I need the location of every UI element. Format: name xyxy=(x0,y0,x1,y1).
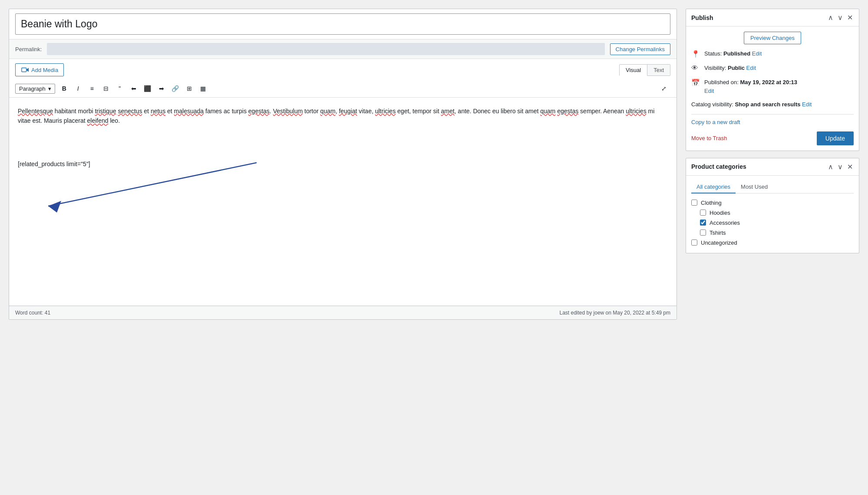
word-count-value: 41 xyxy=(45,310,50,316)
title-row xyxy=(9,9,677,39)
category-list: Clothing Hoodies Accessories Tshirts xyxy=(691,198,854,248)
accessories-checkbox[interactable] xyxy=(700,220,706,226)
publish-actions: Move to Trash Update xyxy=(691,130,854,145)
bold-button[interactable]: B xyxy=(58,82,71,95)
misspelled-word: Vestibulum xyxy=(273,108,303,115)
visibility-icon xyxy=(691,64,700,73)
add-media-button[interactable]: Add Media xyxy=(15,63,64,76)
visibility-text: Visibility: Public Edit xyxy=(704,64,756,72)
post-title-input[interactable] xyxy=(15,13,670,35)
published-on-edit-link[interactable]: Edit xyxy=(704,88,714,94)
published-on-label: Published on: xyxy=(704,79,739,85)
misspelled-word: feugiat xyxy=(339,108,357,115)
divider xyxy=(691,114,854,115)
status-icon xyxy=(691,50,700,59)
product-categories-header: Product categories ∧ ∨ ✕ xyxy=(686,158,859,176)
align-right-button[interactable]: ➡ xyxy=(155,82,168,95)
misspelled-word: egestas xyxy=(248,108,270,115)
categories-collapse-up-button[interactable]: ∧ xyxy=(827,163,834,171)
clothing-checkbox[interactable] xyxy=(691,200,697,206)
published-on-text: Published on: May 19, 2022 at 20:13 Edit xyxy=(704,78,797,95)
publish-collapse-up-button[interactable]: ∧ xyxy=(827,13,834,22)
grid-button[interactable]: ▦ xyxy=(197,82,210,95)
publish-panel-header: Publish ∧ ∨ ✕ xyxy=(686,9,859,26)
published-on-icon xyxy=(691,79,700,87)
hoodies-checkbox[interactable] xyxy=(700,210,706,216)
update-button[interactable]: Update xyxy=(817,131,854,145)
change-permalinks-button[interactable]: Change Permalinks xyxy=(610,43,670,55)
publish-links: Copy to a new draft xyxy=(691,117,854,130)
dropdown-arrow-icon: ▾ xyxy=(48,85,51,92)
status-edit-link[interactable]: Edit xyxy=(752,50,762,57)
arrow-annotation xyxy=(22,158,257,219)
accessories-label[interactable]: Accessories xyxy=(710,220,740,226)
misspelled-word: ultricies xyxy=(626,108,646,115)
uncategorized-label[interactable]: Uncategorized xyxy=(701,239,737,246)
permalink-row: Permalink: Change Permalinks xyxy=(9,39,677,59)
visibility-edit-link[interactable]: Edit xyxy=(746,65,756,71)
italic-button[interactable]: I xyxy=(72,82,85,95)
blockquote-button[interactable]: " xyxy=(113,82,126,95)
media-icon xyxy=(21,66,29,74)
all-categories-tab[interactable]: All categories xyxy=(691,181,736,193)
list-item: Hoodies xyxy=(691,208,854,218)
visual-tab[interactable]: Visual xyxy=(619,64,647,76)
catalog-label: Catalog visibility: xyxy=(691,101,733,108)
list-item: Clothing xyxy=(691,198,854,208)
clothing-label[interactable]: Clothing xyxy=(701,200,722,206)
categories-collapse-x-button[interactable]: ✕ xyxy=(846,163,854,171)
tshirts-label[interactable]: Tshirts xyxy=(710,229,726,236)
published-on-row: Published on: May 19, 2022 at 20:13 Edit xyxy=(691,78,854,95)
misspelled-word: malesuada xyxy=(174,108,204,115)
uncategorized-checkbox[interactable] xyxy=(691,239,697,246)
editor-content-area[interactable]: Pellentesque habitant morbi tristique se… xyxy=(9,98,677,306)
publish-collapse-down-button[interactable]: ∨ xyxy=(837,13,844,22)
misspelled-word: quam xyxy=(320,108,336,115)
catalog-edit-link[interactable]: Edit xyxy=(802,101,812,108)
misspelled-word: Pellentesque xyxy=(18,108,53,115)
visibility-value: Public xyxy=(728,65,745,71)
text-tab[interactable]: Text xyxy=(647,64,670,76)
permalink-label: Permalink: xyxy=(15,46,42,52)
visibility-row: Visibility: Public Edit xyxy=(691,64,854,73)
table-button[interactable]: ⊞ xyxy=(183,82,196,95)
ordered-list-button[interactable]: ⊟ xyxy=(99,82,112,95)
view-tabs: Visual Text xyxy=(619,64,670,76)
most-used-tab[interactable]: Most Used xyxy=(736,181,773,193)
misspelled-word: amet xyxy=(441,108,454,115)
align-center-button[interactable]: ⬛ xyxy=(141,82,154,95)
move-to-trash-link[interactable]: Move to Trash xyxy=(691,135,727,141)
status-value: Published xyxy=(723,50,750,57)
editor-toolbar-area: Add Media Visual Text Paragraph ▾ B I ≡ … xyxy=(9,59,677,98)
paragraph-label: Paragraph xyxy=(19,85,46,92)
add-media-label: Add Media xyxy=(31,67,58,73)
svg-rect-0 xyxy=(22,68,26,72)
list-item: Accessories xyxy=(691,218,854,228)
publish-panel-title: Publish xyxy=(691,14,713,21)
unordered-list-button[interactable]: ≡ xyxy=(86,82,99,95)
fullscreen-button[interactable]: ⤢ xyxy=(657,82,670,95)
catalog-value: Shop and search results xyxy=(735,101,800,108)
sidebar: Publish ∧ ∨ ✕ Preview Changes Status: Pu… xyxy=(686,9,859,320)
publish-collapse-x-button[interactable]: ✕ xyxy=(846,13,854,22)
align-left-button[interactable]: ⬅ xyxy=(127,82,140,95)
svg-line-2 xyxy=(48,163,257,206)
misspelled-word: senectus xyxy=(118,108,142,115)
svg-marker-3 xyxy=(48,201,61,213)
link-button[interactable]: 🔗 xyxy=(169,82,182,95)
last-edited-text: Last edited by joew on May 20, 2022 at 5… xyxy=(560,310,671,316)
editor-text: Pellentesque habitant morbi tristique se… xyxy=(18,106,668,126)
list-item: Uncategorized xyxy=(691,238,854,248)
hoodies-label[interactable]: Hoodies xyxy=(710,210,730,216)
misspelled-word: egestas xyxy=(557,108,578,115)
categories-collapse-down-button[interactable]: ∨ xyxy=(837,163,844,171)
preview-changes-button[interactable]: Preview Changes xyxy=(744,32,801,44)
paragraph-select[interactable]: Paragraph ▾ xyxy=(15,84,55,94)
misspelled-word: eleifend xyxy=(87,117,109,124)
catalog-text: Catalog visibility: Shop and search resu… xyxy=(691,100,812,109)
editor-top-bar: Add Media Visual Text xyxy=(15,63,670,76)
product-categories-panel: Product categories ∧ ∨ ✕ All categories … xyxy=(686,158,859,253)
svg-marker-1 xyxy=(26,68,29,72)
copy-to-draft-link[interactable]: Copy to a new draft xyxy=(691,119,854,125)
tshirts-checkbox[interactable] xyxy=(700,229,706,236)
